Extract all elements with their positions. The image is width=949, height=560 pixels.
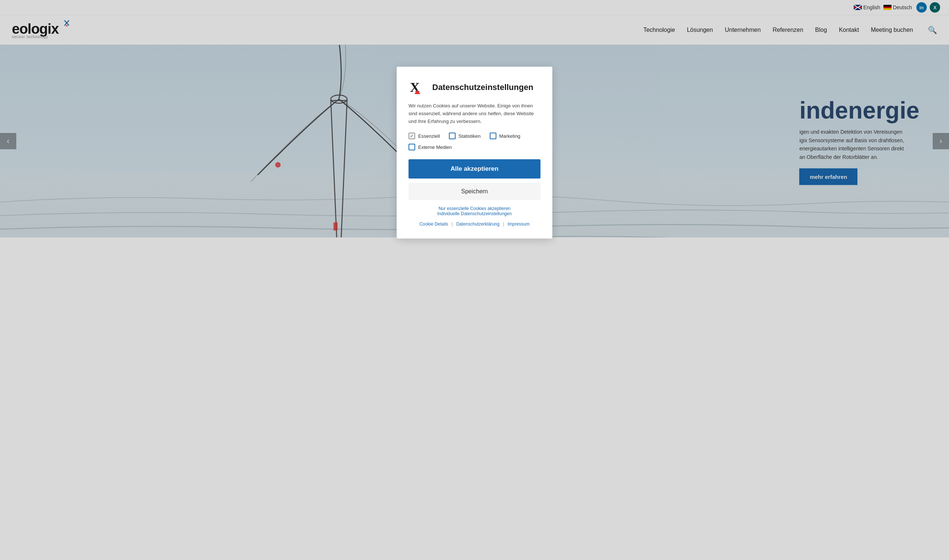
cookie-option-essenziell-label: Essenziell <box>418 133 440 139</box>
checkbox-marketing[interactable] <box>490 132 496 139</box>
cookie-details-link[interactable]: Cookie Details <box>419 222 448 227</box>
cookie-option-statistiken[interactable]: Statistiken <box>449 132 481 139</box>
only-essential-link[interactable]: Nur essenzielle Cookies akzeptieren <box>438 206 511 211</box>
cookie-modal-description: Wir nutzen Cookies auf unserer Website. … <box>409 102 540 125</box>
cookie-option-marketing-label: Marketing <box>499 133 520 139</box>
cookie-modal-header: X Datenschutzeinstellungen <box>409 78 540 96</box>
accept-all-button[interactable]: Alle akzeptieren <box>409 159 540 178</box>
cookie-overlay: X Datenschutzeinstellungen Wir nutzen Co… <box>0 0 949 237</box>
individual-settings-link[interactable]: Individuelle Datenschutzeinstellungen <box>437 211 512 216</box>
cookie-logo-icon: X <box>409 78 426 96</box>
impressum-link[interactable]: Impressum <box>508 222 529 227</box>
save-button[interactable]: Speichern <box>409 183 540 200</box>
cookie-option-externe-medien[interactable]: Externe Medien <box>409 144 452 150</box>
cookie-modal-title: Datenschutzeinstellungen <box>432 83 534 92</box>
cookie-option-externe-medien-label: Externe Medien <box>418 145 452 150</box>
cookie-option-statistiken-label: Statistiken <box>458 133 481 139</box>
cookie-modal: X Datenschutzeinstellungen Wir nutzen Co… <box>397 67 552 237</box>
checkbox-statistiken[interactable] <box>449 132 455 139</box>
checkbox-essenziell[interactable]: ✓ <box>409 132 415 139</box>
cookie-footer-links: Nur essenzielle Cookies akzeptieren Indi… <box>409 206 540 227</box>
cookie-option-essenziell[interactable]: ✓ Essenziell <box>409 132 440 139</box>
datenschutz-link[interactable]: Datenschutzerklärung <box>456 222 500 227</box>
checkbox-externe-medien[interactable] <box>409 144 415 150</box>
cookie-options-group: ✓ Essenziell Statistiken Marketing Exter… <box>409 132 540 150</box>
cookie-option-marketing[interactable]: Marketing <box>490 132 520 139</box>
